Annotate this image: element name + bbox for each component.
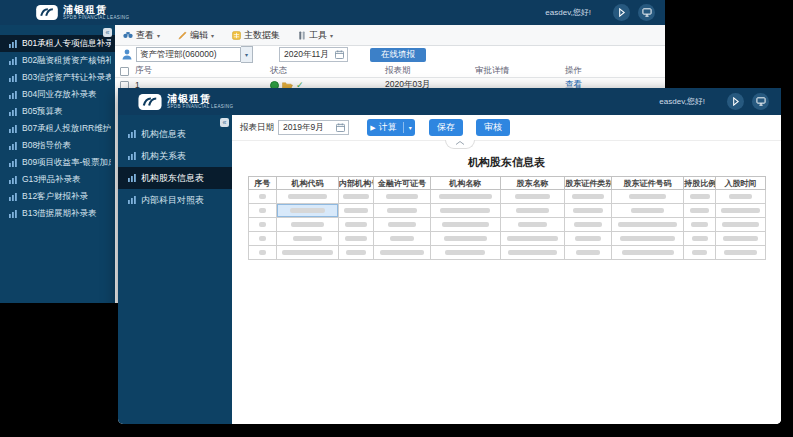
table-cell[interactable] <box>248 204 276 218</box>
table-cell[interactable] <box>248 190 276 204</box>
exit-icon[interactable] <box>613 4 630 21</box>
table-cell[interactable] <box>338 204 373 218</box>
table-cell[interactable] <box>684 218 716 232</box>
select-dropdown-icon[interactable]: ▾ <box>241 46 253 63</box>
table-cell[interactable] <box>684 204 716 218</box>
sidebar-item-report[interactable]: B04同业存放补录表 <box>0 86 115 103</box>
table-cell[interactable] <box>684 190 716 204</box>
table-cell[interactable] <box>430 218 500 232</box>
table-cell[interactable] <box>684 246 716 260</box>
save-button[interactable]: 保存 <box>429 119 463 136</box>
table-cell[interactable] <box>611 204 683 218</box>
redacted-text <box>282 250 333 255</box>
calendar-icon[interactable] <box>335 50 344 59</box>
sidebar-item-label: B12客户财报补录 <box>22 191 88 203</box>
sidebar-item-table[interactable]: 机构股东信息表 <box>118 167 232 189</box>
table-cell[interactable] <box>248 218 276 232</box>
table-cell[interactable] <box>716 232 765 246</box>
table-cell[interactable] <box>248 232 276 246</box>
period-value: 2020年11月 <box>284 49 329 61</box>
table-cell[interactable] <box>716 190 765 204</box>
sidebar-item-table[interactable]: 内部科目对照表 <box>118 189 232 211</box>
table-cell[interactable] <box>374 204 431 218</box>
sidebar-item-report[interactable]: B07承租人投放IRR维护表 <box>0 120 115 137</box>
table-cell[interactable] <box>611 246 683 260</box>
table-cell[interactable] <box>716 246 765 260</box>
table-cell[interactable] <box>500 204 565 218</box>
table-cell[interactable] <box>565 232 612 246</box>
table-cell[interactable] <box>430 246 500 260</box>
menu-tools-label: 工具 <box>309 29 327 42</box>
table-cell[interactable] <box>276 232 338 246</box>
menu-view[interactable]: 查看▾ <box>123 29 160 42</box>
sidebar-item-report[interactable]: B03信贷资产转让补录表 <box>0 69 115 86</box>
sidebar-item-table[interactable]: 机构关系表 <box>118 145 232 167</box>
panel-collapse-toggle[interactable] <box>445 140 475 149</box>
table-cell[interactable] <box>338 190 373 204</box>
table-cell[interactable] <box>374 218 431 232</box>
sidebar-item-report[interactable]: B02融资租赁资产核销补录表 <box>0 52 115 69</box>
table-cell[interactable] <box>430 190 500 204</box>
redacted-text <box>291 222 324 227</box>
table-cell[interactable] <box>611 232 683 246</box>
table-cell[interactable] <box>276 246 338 260</box>
monitor-icon[interactable] <box>752 93 769 110</box>
calculate-button[interactable]: ▶ 计算 ▾ <box>367 119 415 136</box>
table-cell[interactable] <box>500 246 565 260</box>
period-input[interactable]: 2020年11月 <box>279 47 348 62</box>
redacted-text <box>573 208 603 213</box>
table-cell[interactable] <box>565 218 612 232</box>
redacted-text <box>690 194 710 199</box>
table-cell[interactable] <box>430 204 500 218</box>
table-cell[interactable] <box>565 246 612 260</box>
table-cell[interactable] <box>500 190 565 204</box>
table-cell[interactable] <box>565 204 612 218</box>
table-cell[interactable] <box>716 218 765 232</box>
table-cell[interactable] <box>500 218 565 232</box>
redacted-text <box>515 194 550 199</box>
table-cell[interactable] <box>338 232 373 246</box>
sidebar-item-table[interactable]: 机构信息表 <box>118 123 232 145</box>
report-date-input[interactable]: 2019年9月 <box>278 120 349 135</box>
table-cell[interactable] <box>611 218 683 232</box>
online-fill-button[interactable]: 在线填报 <box>370 48 426 62</box>
chevron-down-icon[interactable]: ▾ <box>409 124 412 131</box>
table-cell[interactable] <box>248 246 276 260</box>
sidebar-item-report[interactable]: B01承租人专项信息补录表 <box>0 35 115 52</box>
sidebar-item-report[interactable]: B08指导价表 <box>0 137 115 154</box>
sidebar-item-report[interactable]: B13借据展期补录表 <box>0 205 115 222</box>
sidebar-collapse-icon[interactable]: « <box>103 28 112 37</box>
sidebar-item-report[interactable]: B12客户财报补录 <box>0 188 115 205</box>
selected-cell[interactable] <box>276 204 338 218</box>
table-cell[interactable] <box>338 246 373 260</box>
table-cell[interactable] <box>338 218 373 232</box>
audit-button[interactable]: 审核 <box>476 119 510 136</box>
table-body <box>248 190 765 260</box>
exit-icon[interactable] <box>727 93 744 110</box>
table-cell[interactable] <box>565 190 612 204</box>
redacted-text <box>259 222 266 227</box>
org-select[interactable]: 资产管理部(060000) <box>136 47 241 62</box>
table-cell[interactable] <box>374 232 431 246</box>
table-cell[interactable] <box>500 232 565 246</box>
table-cell[interactable] <box>374 246 431 260</box>
sidebar-collapse-icon[interactable]: « <box>220 118 229 127</box>
menu-view-label: 查看 <box>136 29 154 42</box>
select-all-checkbox[interactable] <box>120 67 129 76</box>
table-cell[interactable] <box>276 190 338 204</box>
sidebar-item-report[interactable]: G13押品补录表 <box>0 171 115 188</box>
menu-edit[interactable]: 编辑▾ <box>178 29 214 42</box>
menu-tools[interactable]: 工具▾ <box>298 29 333 42</box>
sidebar-item-report[interactable]: B05预算表 <box>0 103 115 120</box>
table-cell[interactable] <box>276 218 338 232</box>
redacted-text <box>518 222 547 227</box>
table-cell[interactable] <box>374 190 431 204</box>
menu-dataset[interactable]: 主数据集 <box>232 29 280 42</box>
sidebar-item-report[interactable]: B09项目收益率-银票加成 <box>0 154 115 171</box>
table-cell[interactable] <box>684 232 716 246</box>
table-cell[interactable] <box>716 204 765 218</box>
table-cell[interactable] <box>611 190 683 204</box>
monitor-icon[interactable] <box>638 4 655 21</box>
calendar-icon[interactable] <box>336 123 345 132</box>
table-cell[interactable] <box>430 232 500 246</box>
